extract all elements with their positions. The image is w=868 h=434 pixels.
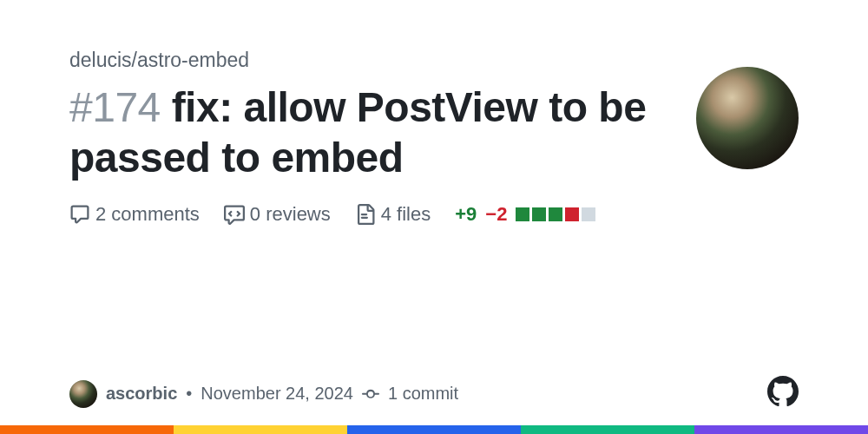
code-review-icon [224, 204, 245, 225]
deletions: −2 [485, 203, 507, 226]
date: November 24, 2024 [201, 384, 353, 404]
files-count: 4 files [381, 203, 431, 226]
diff-block-add [549, 207, 562, 221]
dot-sep: • [186, 384, 192, 404]
pr-title: #174 fix: allow PostView to be passed to… [69, 82, 675, 182]
diff-blocks [516, 207, 595, 221]
reviews-count: 0 reviews [250, 203, 331, 226]
commits-count: 1 commit [388, 384, 458, 404]
additions: +9 [455, 203, 477, 226]
author-name: ascorbic [106, 384, 177, 404]
diff-block-add [516, 207, 529, 221]
comment-icon [69, 204, 90, 225]
commit-icon [362, 385, 379, 403]
footer: ascorbic • November 24, 2024 1 commit [69, 376, 799, 411]
diff-block-add [532, 207, 546, 221]
rainbow-bar [0, 425, 868, 434]
files-stat: 4 files [355, 203, 431, 226]
stats-row: 2 comments 0 reviews 4 files +9 −2 [69, 203, 799, 226]
comments-count: 2 comments [95, 203, 200, 226]
repo-link[interactable]: delucis/astro-embed [69, 49, 799, 72]
reviews-stat: 0 reviews [224, 203, 331, 226]
author-avatar-small [69, 380, 97, 408]
comments-stat: 2 comments [69, 203, 200, 226]
diff-block-del [565, 207, 579, 221]
file-diff-icon [355, 204, 376, 225]
author-avatar-large [696, 67, 799, 169]
pr-number: #174 [69, 84, 161, 130]
diff-block-neutral [582, 207, 595, 221]
github-logo [767, 376, 799, 411]
diff-stats: +9 −2 [455, 203, 595, 226]
